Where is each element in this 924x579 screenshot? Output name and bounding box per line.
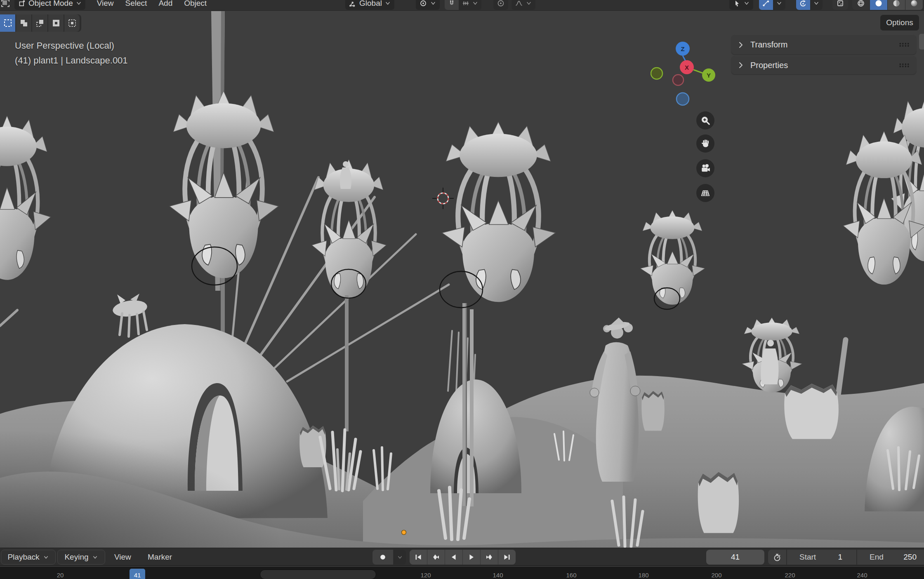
keying-label: Keying <box>64 553 88 562</box>
axis-x-negative[interactable] <box>651 68 662 79</box>
current-frame-field[interactable]: 41 <box>706 550 764 565</box>
snap-toggle[interactable] <box>445 0 459 10</box>
camera-icon <box>700 163 711 174</box>
pan-button[interactable] <box>696 134 714 153</box>
orientation-label: Global <box>359 0 382 8</box>
viewport-header: Object Mode View Select Add Object Globa… <box>0 0 924 11</box>
menu-select[interactable]: Select <box>120 0 153 8</box>
select-mode-invert-button[interactable] <box>48 14 64 32</box>
editor-type-icon[interactable] <box>0 0 13 10</box>
vase[interactable] <box>698 472 739 533</box>
axis-gizmo[interactable]: Z X Y <box>651 38 717 108</box>
record-icon <box>379 553 387 561</box>
gizmos-dropdown[interactable] <box>810 0 823 10</box>
axis-y-positive[interactable]: Y <box>702 68 715 82</box>
shading-mode-group <box>852 0 923 10</box>
snap-settings-dropdown[interactable] <box>459 0 481 10</box>
cursor-arrow-icon <box>733 0 741 7</box>
active-object-label: (41) plant1 | Landscape.001 <box>15 53 128 68</box>
xray-icon <box>836 0 844 7</box>
svg-text:X: X <box>685 64 689 71</box>
panel-grip-icon[interactable] <box>899 63 910 68</box>
panel-transform-label: Transform <box>750 40 787 49</box>
viewport-info-overlay: User Perspective (Local) (41) plant1 | L… <box>15 38 128 68</box>
ruler-tick: 180 <box>638 572 648 579</box>
select-mode-set-button[interactable] <box>0 14 15 32</box>
select-mode-subtract-button[interactable] <box>32 14 47 32</box>
select-extend-icon <box>19 18 29 28</box>
view-perspective-label: User Perspective (Local) <box>15 38 128 53</box>
timeline-view-menu[interactable]: View <box>114 550 131 565</box>
jump-to-end-button[interactable] <box>498 550 516 565</box>
use-preview-range-toggle[interactable] <box>768 550 786 565</box>
jump-to-start-button[interactable] <box>410 550 427 565</box>
proportional-falloff-dropdown[interactable] <box>512 0 535 10</box>
play-button[interactable] <box>463 550 480 565</box>
panel-properties[interactable]: Properties <box>731 56 916 74</box>
shading-solid-button[interactable] <box>870 0 887 10</box>
pivot-point-dropdown[interactable] <box>416 0 440 10</box>
stopwatch-icon <box>773 553 782 562</box>
ruler-tick: 20 <box>57 572 64 579</box>
timeline-ruler[interactable]: 20 80 100 120 140 160 180 200 220 240 41 <box>0 567 924 579</box>
keying-menu[interactable]: Keying <box>57 550 105 565</box>
mode-selector[interactable]: Object Mode <box>14 0 85 10</box>
menu-object[interactable]: Object <box>178 0 212 8</box>
previous-keyframe-button[interactable] <box>427 550 445 565</box>
sidebar-tab[interactable] <box>919 34 924 49</box>
object-origin-dot[interactable] <box>402 530 406 535</box>
timeline-scrollbar[interactable] <box>260 570 376 579</box>
frame-start-field[interactable]: Start 1 <box>787 550 856 565</box>
panel-grip-icon[interactable] <box>899 42 910 47</box>
options-label: Options <box>886 18 913 27</box>
transform-orientation-dropdown[interactable]: Global <box>345 0 394 10</box>
show-overlays-toggle[interactable] <box>759 0 773 10</box>
ruler-tick: 140 <box>493 572 503 579</box>
select-invert-icon <box>51 18 61 28</box>
camera-view-button[interactable] <box>696 159 714 177</box>
toggle-perspective-button[interactable] <box>696 184 714 202</box>
hand-icon <box>700 138 711 149</box>
select-mode-extend-button[interactable] <box>16 14 31 32</box>
options-button[interactable]: Options <box>880 15 919 31</box>
show-gizmo-dropdown[interactable] <box>729 0 753 10</box>
mode-label: Object Mode <box>28 0 73 8</box>
panel-transform[interactable]: Transform <box>731 35 916 54</box>
select-set-icon <box>3 18 13 28</box>
select-mode-intersect-button[interactable] <box>64 14 80 32</box>
next-keyframe-button[interactable] <box>481 550 498 565</box>
frame-end-field[interactable]: End 250 <box>857 550 924 565</box>
auto-keying-toggle[interactable] <box>372 550 393 565</box>
viewport-3d: Options User Perspective (Local) (41) pl… <box>0 11 924 548</box>
proportional-editing-toggle[interactable] <box>493 0 508 10</box>
xray-toggle[interactable] <box>832 0 848 10</box>
chevron-right-icon <box>737 61 745 69</box>
rendered-sphere-icon <box>910 0 918 7</box>
menu-add[interactable]: Add <box>153 0 178 8</box>
playback-menu[interactable]: Playback <box>1 550 56 565</box>
overlays-dropdown[interactable] <box>773 0 785 10</box>
axis-x-positive[interactable]: X <box>680 60 694 74</box>
ruler-tick: 120 <box>420 572 431 579</box>
axis-z-negative[interactable] <box>676 93 689 105</box>
gizmos-toggle[interactable] <box>796 0 810 10</box>
current-frame-value: 41 <box>731 553 740 562</box>
shading-rendered-button[interactable] <box>905 0 923 10</box>
axis-z-positive[interactable]: Z <box>676 42 690 56</box>
chevron-down-icon <box>472 0 478 7</box>
play-reverse-button[interactable] <box>445 550 462 565</box>
timeline-marker-menu[interactable]: Marker <box>148 550 172 565</box>
zoom-button[interactable] <box>696 111 714 129</box>
shading-wireframe-button[interactable] <box>852 0 870 10</box>
proportional-editing-icon <box>497 0 505 7</box>
playhead-badge[interactable]: 41 <box>130 569 145 579</box>
scene-3d[interactable] <box>0 11 924 548</box>
vase[interactable] <box>784 384 839 439</box>
vase[interactable] <box>641 391 665 431</box>
axis-y-negative[interactable] <box>673 75 684 85</box>
shading-material-button[interactable] <box>888 0 905 10</box>
auto-keying-group <box>372 550 406 565</box>
auto-keying-dropdown[interactable] <box>394 550 406 565</box>
menu-view[interactable]: View <box>91 0 120 8</box>
jump-end-icon <box>503 553 511 561</box>
